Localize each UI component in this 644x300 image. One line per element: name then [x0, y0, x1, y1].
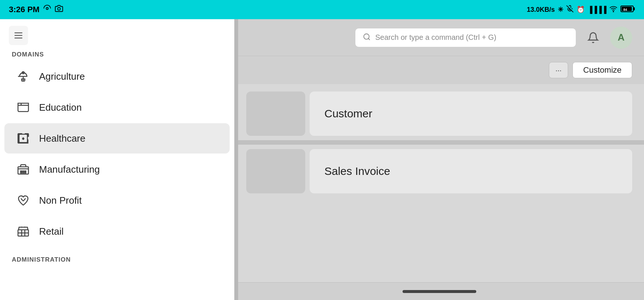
svg-point-19: [364, 34, 369, 39]
nonprofit-label: Non Profit: [39, 195, 82, 206]
battery-icon: 84: [620, 5, 635, 15]
svg-point-0: [46, 7, 48, 10]
search-placeholder: Search or type a command (Ctrl + G): [375, 33, 496, 42]
education-icon: [16, 100, 30, 114]
customer-card[interactable]: Customer: [310, 92, 632, 136]
status-right: 13.0KB/s ✳ ⏰ ▐▐▐▐ 84: [527, 5, 635, 15]
customer-card-label: Customer: [324, 107, 372, 120]
customer-card-row: Customer: [246, 92, 632, 136]
sales-invoice-card[interactable]: Sales Invoice: [310, 149, 632, 193]
search-bar[interactable]: Search or type a command (Ctrl + G): [355, 28, 576, 47]
healthcare-icon: [16, 131, 30, 145]
cards-area: Customer Sales Invoice: [234, 84, 644, 282]
toolbar-row: ··· Customize: [234, 56, 644, 84]
sidebar-menu-icon[interactable]: [9, 26, 28, 45]
content-area: Search or type a command (Ctrl + G) A ··…: [234, 19, 644, 300]
retail-icon: [16, 224, 30, 238]
domains-section-label: DOMAINS: [0, 51, 234, 58]
manufacturing-icon: [16, 162, 30, 176]
customize-button[interactable]: Customize: [572, 62, 632, 78]
user-avatar-button[interactable]: A: [610, 27, 632, 49]
search-icon: [363, 33, 371, 42]
sales-invoice-card-row: Sales Invoice: [246, 149, 632, 193]
education-label: Education: [39, 102, 82, 113]
sidebar-item-retail[interactable]: Retail: [4, 216, 230, 246]
bottom-bar: [234, 282, 644, 300]
mute-icon: [566, 5, 574, 14]
bottom-handle: [403, 290, 476, 293]
nonprofit-icon: [16, 193, 30, 207]
svg-text:84: 84: [623, 8, 627, 11]
administration-section-label: ADMINISTRATION: [0, 256, 234, 263]
agriculture-label: Agriculture: [39, 71, 85, 82]
cards-divider: [234, 140, 644, 145]
sales-invoice-card-label: Sales Invoice: [324, 165, 390, 177]
sidebar-item-manufacturing[interactable]: Manufacturing: [4, 154, 230, 185]
main-layout: DOMAINS Agriculture: [0, 19, 644, 300]
svg-line-20: [368, 38, 370, 40]
avatar-label: A: [618, 32, 625, 43]
status-left: 3:26 PM: [9, 4, 63, 15]
header-bar: Search or type a command (Ctrl + G) A: [234, 19, 644, 56]
sidebar: DOMAINS Agriculture: [0, 19, 234, 300]
alarm-icon: ⏰: [577, 6, 585, 14]
wifi-icon: [609, 5, 617, 15]
network-icon: [43, 4, 51, 15]
data-speed: 13.0KB/s: [527, 6, 555, 14]
camera-icon: [55, 4, 63, 15]
customer-card-thumbnail: [246, 92, 305, 136]
sidebar-divider: [234, 19, 238, 300]
manufacturing-label: Manufacturing: [39, 164, 100, 175]
status-bar: 3:26 PM 13.0KB/s ✳ ⏰ ▐▐▐▐: [0, 0, 644, 19]
notification-bell-button[interactable]: [584, 28, 603, 47]
more-dots-icon: ···: [556, 66, 562, 75]
more-options-button[interactable]: ···: [549, 62, 568, 78]
svg-point-3: [613, 11, 614, 12]
sidebar-item-healthcare[interactable]: Healthcare: [4, 123, 230, 154]
sales-invoice-card-thumbnail: [246, 149, 305, 193]
sidebar-item-nonprofit[interactable]: Non Profit: [4, 185, 230, 215]
signal-icon: ▐▐▐▐: [588, 6, 606, 14]
svg-point-1: [58, 7, 60, 10]
svg-rect-5: [633, 7, 635, 10]
sidebar-item-education[interactable]: Education: [4, 92, 230, 123]
bluetooth-icon: ✳: [558, 6, 563, 14]
healthcare-label: Healthcare: [39, 133, 86, 144]
customize-label: Customize: [583, 65, 622, 75]
time-display: 3:26 PM: [9, 5, 39, 14]
agriculture-icon: [16, 69, 30, 83]
retail-label: Retail: [39, 226, 63, 237]
sidebar-item-agriculture[interactable]: Agriculture: [4, 61, 230, 92]
